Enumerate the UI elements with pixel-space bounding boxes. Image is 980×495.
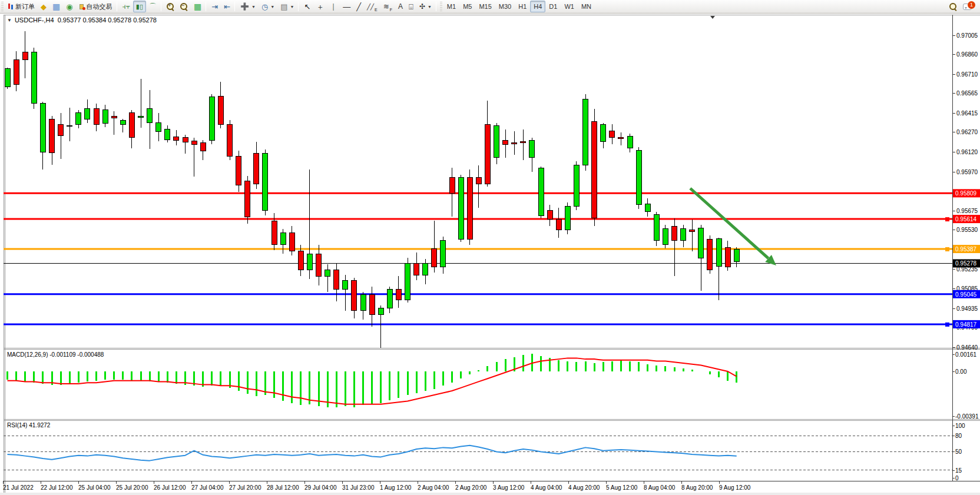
svg-text:0.00: 0.00 [955, 368, 967, 375]
chevron-down-icon: ▼ [251, 5, 256, 9]
crosshair-icon-button[interactable]: ＋ [313, 1, 327, 12]
svg-text:0.95970: 0.95970 [956, 169, 978, 175]
chart-shift-icon-button[interactable]: ⇥ [208, 1, 221, 12]
profiles-icon-button[interactable]: ◆ [38, 1, 49, 12]
svg-text:0.95278: 0.95278 [955, 260, 977, 267]
chevron-down-icon: ▼ [270, 5, 274, 9]
navigator-icon: ◉ [66, 3, 72, 11]
svg-text:0.96120: 0.96120 [956, 149, 978, 155]
channel-icon-button[interactable]: ╱╱E [364, 1, 380, 12]
svg-text:0: 0 [955, 475, 959, 481]
svg-text:0.96415: 0.96415 [956, 110, 978, 117]
svg-text:0.95675: 0.95675 [956, 208, 978, 214]
text-label-icon-button[interactable]: ⌺ [406, 1, 416, 12]
timeframe-d1-button[interactable]: D1 [545, 1, 561, 12]
fibonacci-icon-button[interactable]: ≋F [380, 1, 395, 12]
bars-chart-icon: ⫞⫟ [122, 3, 130, 11]
arrows-icon: ✣ [419, 3, 425, 11]
svg-text:27 Jul 20:00: 27 Jul 20:00 [229, 484, 261, 491]
svg-text:8 Aug 04:00: 8 Aug 04:00 [644, 484, 676, 491]
new-order-button[interactable]: 新订单 [5, 1, 38, 12]
market-watch-icon-button[interactable]: ▦ [49, 1, 63, 12]
svg-text:22 Jul 12:00: 22 Jul 12:00 [41, 484, 73, 491]
svg-text:0.00161: 0.00161 [955, 351, 977, 358]
candles-chart-icon: ▮▯ [136, 3, 143, 11]
svg-text:0.94935: 0.94935 [956, 305, 978, 312]
bars-chart-icon-button[interactable]: ⫞⫟ [120, 1, 133, 12]
navigator-icon-button[interactable]: ◉ [63, 1, 75, 12]
text-label-icon: ⌺ [409, 3, 413, 11]
timeframe-m30-button[interactable]: M30 [495, 1, 515, 12]
templates-icon-button[interactable]: ▤▼ [277, 1, 297, 12]
chart-collapse-icon[interactable]: ▼ [7, 18, 12, 23]
templates-icon: ▤ [280, 3, 287, 11]
auto-scroll-icon-button[interactable]: ⇤ [221, 1, 233, 12]
chart-canvas[interactable]: 0.970050.968600.967100.965650.964150.962… [0, 0, 980, 495]
svg-text:2 Aug 20:00: 2 Aug 20:00 [455, 484, 487, 491]
svg-text:80: 80 [955, 433, 962, 439]
timeframe-h4-button[interactable]: H4 [530, 1, 545, 12]
svg-text:50: 50 [955, 449, 962, 455]
trendline-icon: ╱ [356, 3, 361, 11]
chat-icon[interactable]: 1 [963, 4, 972, 10]
toolbar-grip [1, 2, 4, 11]
add-indicator-icon: ➕ [240, 3, 249, 11]
symbol-name: USDCHF-,H4 [15, 16, 54, 24]
svg-text:26 Jul 12:00: 26 Jul 12:00 [154, 484, 186, 491]
search-icon[interactable] [949, 3, 957, 11]
svg-text:4 Aug 04:00: 4 Aug 04:00 [531, 484, 562, 491]
timeframe-m1-button[interactable]: M1 [443, 1, 459, 12]
horizontal-line-icon-button[interactable]: — [340, 1, 353, 12]
macd-values: -0.001109 -0.000488 [49, 351, 104, 358]
zoom-in-icon-button[interactable]: + [164, 1, 177, 12]
cursor-icon-button[interactable]: ↖ [301, 1, 313, 12]
periods-icon-button[interactable]: ◷▼ [259, 1, 277, 12]
svg-text:1 Aug 12:00: 1 Aug 12:00 [380, 484, 412, 491]
add-indicator-icon-button[interactable]: ➕▼ [237, 1, 259, 12]
text-icon-button[interactable]: A [395, 1, 406, 12]
vertical-line-icon-button[interactable]: ｜ [327, 1, 340, 12]
svg-text:29 Jul 04:00: 29 Jul 04:00 [304, 484, 337, 491]
toolbar-separator [117, 2, 117, 11]
svg-text:15: 15 [955, 467, 962, 474]
svg-text:28 Jul 12:00: 28 Jul 12:00 [267, 484, 299, 491]
svg-text:0.95387: 0.95387 [955, 246, 977, 253]
chart-title: ▼USDCHF-,H4 0.95377 0.95384 0.95278 0.95… [7, 16, 157, 24]
macd-indicator-label: MACD(12,26,9) -0.001109 -0.000488 [7, 351, 104, 358]
chevron-down-icon: ▼ [290, 5, 294, 9]
svg-text:2 Aug 04:00: 2 Aug 04:00 [418, 484, 449, 491]
text-icon: A [398, 3, 403, 11]
line-chart-icon-button[interactable]: ⌒ [146, 1, 160, 12]
trendline-icon-button[interactable]: ╱ [353, 1, 364, 12]
notification-badge: 1 [968, 1, 975, 9]
svg-text:-0.00391: -0.00391 [955, 413, 979, 420]
timeframe-m15-button[interactable]: M15 [475, 1, 495, 12]
candles-chart-icon-button[interactable]: ▮▯ [133, 1, 146, 12]
zoom-out-icon-button[interactable]: − [177, 1, 191, 12]
svg-text:25 Jul 04:00: 25 Jul 04:00 [78, 484, 111, 491]
zoom-out-icon: − [180, 3, 188, 11]
svg-text:0.96860: 0.96860 [956, 51, 978, 58]
arrows-icon-button[interactable]: ✣▼ [416, 1, 435, 12]
auto-trading-button[interactable]: 自动交易 [76, 1, 115, 12]
timeframe-h1-button[interactable]: H1 [515, 1, 530, 12]
tile-windows-icon-button[interactable]: ▦ [191, 1, 204, 12]
svg-text:5 Aug 12:00: 5 Aug 12:00 [606, 484, 638, 491]
timeframe-m5-button[interactable]: M5 [459, 1, 475, 12]
svg-text:31 Jul 23:00: 31 Jul 23:00 [342, 484, 375, 491]
svg-text:0.94640: 0.94640 [956, 344, 978, 351]
autotrade-icon [79, 3, 85, 10]
svg-text:8 Aug 20:00: 8 Aug 20:00 [681, 484, 713, 491]
svg-text:0.95530: 0.95530 [956, 227, 978, 233]
svg-text:0.95809: 0.95809 [955, 190, 977, 197]
timeframe-w1-button[interactable]: W1 [561, 1, 578, 12]
crosshair-icon: ＋ [316, 3, 324, 11]
periods-icon: ◷ [261, 3, 268, 11]
timeframe-mn-button[interactable]: MN [578, 1, 595, 12]
svg-text:9 Aug 12:00: 9 Aug 12:00 [719, 484, 751, 491]
toolbar-separator [234, 2, 235, 11]
toolbar-separator [298, 2, 299, 11]
svg-text:3 Aug 12:00: 3 Aug 12:00 [493, 484, 525, 491]
channel-icon: ╱╱ [367, 3, 374, 11]
svg-text:0.97005: 0.97005 [956, 32, 978, 39]
